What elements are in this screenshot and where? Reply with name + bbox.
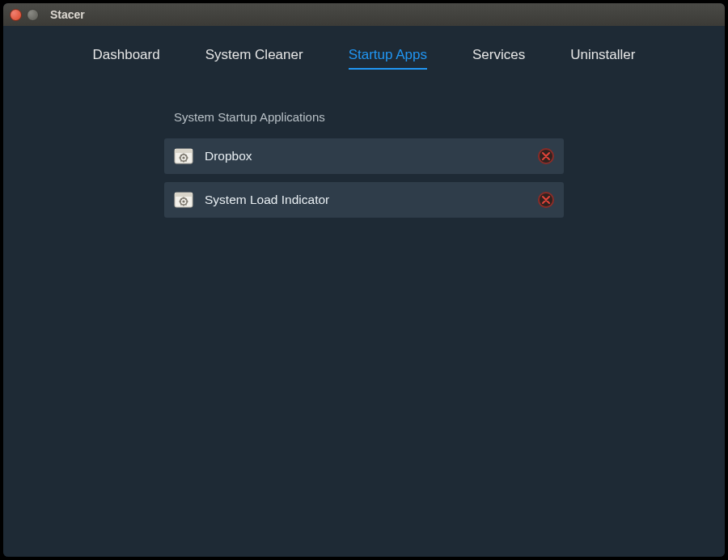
list-item: System Load Indicator [164,182,564,218]
svg-rect-1 [175,149,193,153]
remove-app-button[interactable] [538,148,554,164]
svg-point-3 [182,156,184,159]
svg-rect-5 [175,193,193,197]
window-title: Stacer [50,8,85,21]
titlebar: Stacer [3,3,725,26]
tab-uninstaller[interactable]: Uninstaller [570,47,635,70]
window-minimize-button[interactable] [27,9,39,21]
list-item: Dropbox [164,138,564,174]
window-close-button[interactable] [10,9,22,21]
close-icon [542,152,550,160]
svg-point-7 [182,200,184,202]
section-title: System Startup Applications [164,110,564,124]
app-window: Stacer Dashboard System Cleaner Startup … [3,3,725,557]
app-settings-icon [174,190,193,210]
content-area: Dashboard System Cleaner Startup Apps Se… [3,26,725,557]
startup-apps-section: System Startup Applications Dropbox [164,110,564,226]
tab-startup-apps[interactable]: Startup Apps [349,47,427,70]
app-name-label: System Load Indicator [205,193,538,207]
tab-system-cleaner[interactable]: System Cleaner [205,47,303,70]
tab-services[interactable]: Services [472,47,525,70]
close-icon [542,196,550,204]
remove-app-button[interactable] [538,192,554,208]
tab-dashboard[interactable]: Dashboard [93,47,160,70]
app-name-label: Dropbox [205,149,538,163]
tab-bar: Dashboard System Cleaner Startup Apps Se… [3,26,725,78]
app-settings-icon [174,146,193,166]
